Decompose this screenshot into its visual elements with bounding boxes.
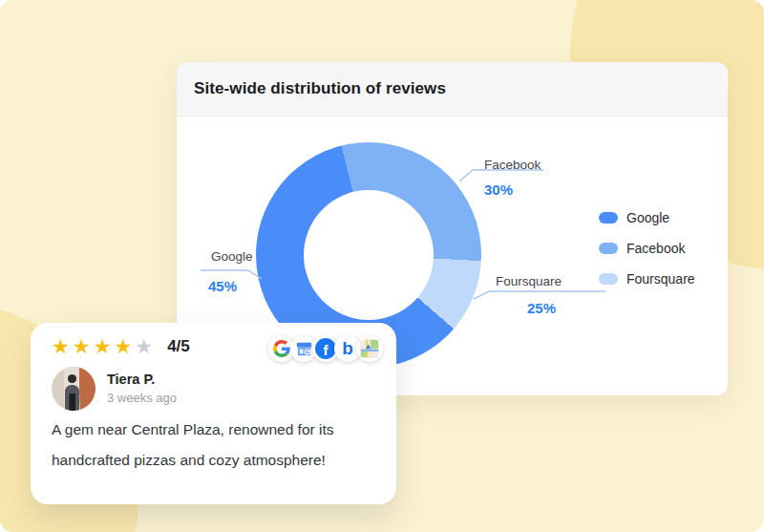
chart-legend: Google Facebook Foursquare	[599, 211, 695, 303]
avatar	[52, 367, 96, 411]
star-empty-icon: ★	[135, 335, 156, 358]
review-platform-icons: G f b	[268, 335, 383, 362]
callout-label-google: Google	[211, 249, 253, 264]
donut-chart-hole	[304, 190, 434, 320]
stars-filled-icon: ★★★★	[52, 335, 135, 358]
review-card: ★★★★ ★ 4/5 G	[31, 323, 396, 504]
chart-card-header: Site-wide distribution of reviews	[177, 62, 728, 117]
map-tile-glyph	[360, 339, 379, 358]
legend-label-google: Google	[626, 210, 669, 225]
chart-title: Site-wide distribution of reviews	[194, 79, 446, 98]
star-rating: ★★★★ ★ 4/5	[52, 335, 190, 358]
legend-label-foursquare: Foursquare	[626, 271, 695, 287]
svg-text:G: G	[305, 349, 309, 354]
review-text: A gem near Central Plaza, renowned for i…	[52, 415, 376, 476]
reviewer-name: Tiera P.	[107, 372, 155, 387]
callout-value-google: 45%	[208, 278, 237, 294]
callout-label-foursquare: Foursquare	[496, 274, 562, 288]
bing-b-glyph: b	[342, 339, 353, 358]
callout-line-facebook	[459, 169, 545, 182]
legend-swatch-foursquare	[599, 273, 618, 285]
page-background: Site-wide distribution of reviews Google…	[0, 0, 764, 532]
reviewer-photo	[52, 367, 96, 411]
maps-icon[interactable]	[356, 335, 383, 362]
legend-label-facebook: Facebook	[626, 241, 685, 256]
facebook-f-glyph: f	[315, 338, 336, 359]
callout-value-foursquare: 25%	[527, 300, 556, 316]
callout-value-facebook: 30%	[484, 181, 513, 198]
legend-swatch-facebook	[599, 243, 618, 254]
legend-swatch-google	[599, 212, 618, 223]
legend-item-google[interactable]: Google	[599, 211, 695, 224]
rating-value: 4/5	[167, 337, 190, 356]
storefront-glyph: G	[295, 340, 313, 358]
google-g-logo	[273, 340, 290, 357]
legend-item-foursquare[interactable]: Foursquare	[599, 272, 695, 286]
review-timestamp: 3 weeks ago	[107, 391, 177, 405]
legend-item-facebook[interactable]: Facebook	[599, 242, 695, 255]
